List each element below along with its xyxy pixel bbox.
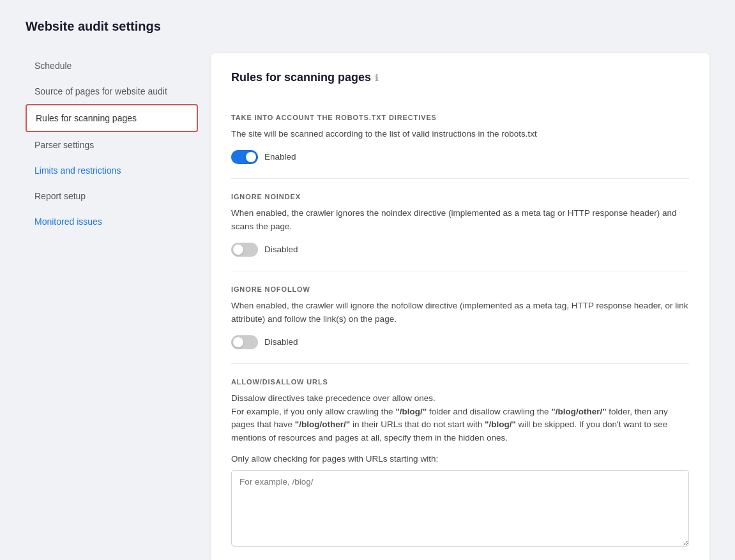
content-panel: Rules for scanning pages ℹ TAKE INTO ACC… [211, 53, 709, 560]
toggle-nofollow-slider [231, 335, 258, 349]
toggle-robots-slider [231, 150, 258, 164]
toggle-row-nofollow: Disabled [231, 335, 689, 349]
panel-title-text: Rules for scanning pages [231, 71, 371, 84]
toggle-row-robots: Enabled [231, 150, 689, 164]
section-noindex-desc: When enabled, the crawler ignores the no… [231, 207, 689, 234]
sidebar-item-schedule[interactable]: Schedule [26, 53, 198, 79]
toggle-nofollow-label: Disabled [264, 337, 298, 347]
section-allow-disallow: ALLOW/DISALLOW URLS Dissalow directives … [231, 364, 689, 560]
toggle-robots-label: Enabled [264, 152, 296, 162]
sidebar-item-rules[interactable]: Rules for scanning pages [26, 104, 198, 132]
sidebar: Schedule Source of pages for website aud… [26, 53, 198, 234]
section-nofollow-desc: When enabled, the crawler will ignore th… [231, 299, 689, 326]
panel-title: Rules for scanning pages ℹ [231, 71, 689, 84]
toggle-robots[interactable] [231, 150, 258, 164]
sidebar-item-monitored[interactable]: Monitored issues [26, 209, 198, 234]
sidebar-item-report[interactable]: Report setup [26, 183, 198, 209]
toggle-noindex-slider [231, 243, 258, 257]
toggle-noindex-label: Disabled [264, 245, 298, 254]
section-robots: TAKE INTO ACCOUNT THE ROBOTS.TXT DIRECTI… [231, 100, 689, 179]
section-allow-disallow-desc: Dissalow directives take precedence over… [231, 392, 689, 446]
toggle-nofollow[interactable] [231, 335, 258, 349]
toggle-noindex[interactable] [231, 243, 258, 257]
section-allow-disallow-heading: ALLOW/DISALLOW URLS [231, 378, 689, 386]
sidebar-item-parser[interactable]: Parser settings [26, 132, 198, 158]
section-nofollow: IGNORE NOFOLLOW When enabled, the crawle… [231, 271, 689, 364]
section-robots-heading: TAKE INTO ACCOUNT THE ROBOTS.TXT DIRECTI… [231, 114, 689, 121]
section-noindex: IGNORE NOINDEX When enabled, the crawler… [231, 179, 689, 271]
section-nofollow-heading: IGNORE NOFOLLOW [231, 285, 689, 293]
info-icon[interactable]: ℹ [375, 73, 378, 83]
sidebar-item-source[interactable]: Source of pages for website audit [26, 79, 198, 104]
url-input[interactable] [231, 470, 689, 547]
sidebar-item-limits[interactable]: Limits and restrictions [26, 158, 198, 183]
toggle-row-noindex: Disabled [231, 243, 689, 257]
section-noindex-heading: IGNORE NOINDEX [231, 193, 689, 201]
page-title: Website audit settings [26, 19, 709, 34]
section-robots-desc: The site will be scanned according to th… [231, 128, 689, 141]
url-label: Only allow checking for pages with URLs … [231, 454, 689, 464]
